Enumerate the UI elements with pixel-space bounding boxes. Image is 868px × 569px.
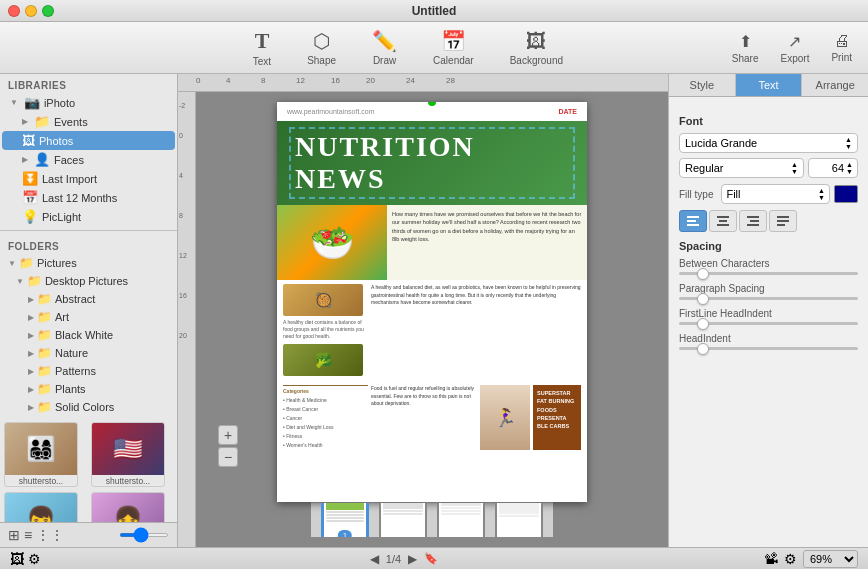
align-center-icon: [716, 215, 730, 227]
folder-nature[interactable]: ▶ 📁 Nature: [0, 344, 177, 362]
photo-item-4[interactable]: 👧 shuttersto...: [91, 492, 165, 522]
canvas-area: 0 4 8 12 16 20 24 28 -2 0 4 8 12 16 20: [178, 74, 668, 547]
shape-tool[interactable]: ⬡ Shape: [299, 25, 344, 70]
thumbnail-3[interactable]: 3: [437, 502, 485, 537]
font-family-select[interactable]: Lucida Grande ▲ ▼: [679, 133, 858, 153]
sidebar-item-piclight[interactable]: 💡 PicLight: [2, 207, 175, 226]
window-controls[interactable]: [8, 5, 54, 17]
size-arrow-down[interactable]: ▼: [846, 168, 853, 175]
folder-pictures[interactable]: ▼ 📁 Pictures: [0, 254, 177, 272]
sidebar-item-iphoto[interactable]: ▼ 📷 iPhoto: [2, 93, 175, 112]
sidebar-item-last-import[interactable]: ⏬ Last Import: [2, 169, 175, 188]
paragraph-spacing-label: Paragraph Spacing: [679, 283, 858, 294]
draw-tool[interactable]: ✏️ Draw: [364, 25, 405, 70]
sidebar-item-faces[interactable]: ▶ 👤 Faces: [2, 150, 175, 169]
sidebar-item-events[interactable]: ▶ 📁 Events: [2, 112, 175, 131]
list-view-icon[interactable]: ≡: [24, 527, 32, 543]
thumb-page-1[interactable]: 1: [321, 502, 369, 537]
font-style-row: Regular ▲ ▼ 64 ▲ ▼: [679, 158, 858, 178]
gear-icon[interactable]: ⚙: [784, 551, 797, 567]
firstline-thumb[interactable]: [697, 318, 709, 330]
style-arrow-down[interactable]: ▼: [791, 168, 798, 175]
photo-item-3[interactable]: 👦 shuttersto...: [4, 492, 78, 522]
align-right-button[interactable]: [739, 210, 767, 232]
ruler-mark: 4: [226, 76, 230, 85]
close-button[interactable]: [8, 5, 20, 17]
share-button[interactable]: ⬆ Share: [726, 29, 765, 67]
next-page-button[interactable]: ▶: [405, 552, 420, 566]
zoom-select[interactable]: 69% 50% 75% 100%: [803, 550, 858, 568]
sidebar-item-photos[interactable]: 🖼 Photos: [2, 131, 175, 150]
settings-icon[interactable]: ⚙: [28, 551, 41, 567]
shape-label: Shape: [307, 55, 336, 66]
tab-arrange[interactable]: Arrange: [802, 74, 868, 96]
canvas-scroll[interactable]: + − www.pearlmountainsoft.com DATE NUTRI…: [196, 92, 668, 547]
align-center-button[interactable]: [709, 210, 737, 232]
paragraph-spacing-track: [679, 297, 858, 300]
art-icon: 📁: [37, 310, 52, 324]
tab-text[interactable]: Text: [736, 74, 803, 96]
page-person-image: 🏃‍♀️: [480, 385, 530, 450]
fill-arrow-down[interactable]: ▼: [818, 194, 825, 201]
style-arrow-up[interactable]: ▲: [791, 161, 798, 168]
size-slider[interactable]: [119, 533, 169, 537]
media-icon[interactable]: 📽: [764, 551, 778, 567]
font-family-down[interactable]: ▼: [845, 143, 852, 150]
thumb-page-3[interactable]: [437, 502, 485, 537]
page-bottom-section: Food is fuel and regular refuelling is a…: [371, 385, 581, 450]
thumbnail-4[interactable]: 4: [495, 502, 543, 537]
text-tool[interactable]: T Text: [245, 24, 279, 71]
folder-solid-colors[interactable]: ▶ 📁 Solid Colors: [0, 398, 177, 416]
bookmark-icon[interactable]: 🔖: [424, 552, 438, 565]
list-item: • Health & Medicine: [283, 396, 368, 405]
library-icon[interactable]: 🖼: [10, 551, 24, 567]
thumb-page-2[interactable]: [379, 502, 427, 537]
iphoto-icon: 📷: [24, 95, 40, 110]
align-justify-button[interactable]: [769, 210, 797, 232]
thumbnail-1[interactable]: 1 1: [321, 502, 369, 537]
svg-rect-5: [717, 224, 729, 226]
font-family-up[interactable]: ▲: [845, 136, 852, 143]
folder-art[interactable]: ▶ 📁 Art: [0, 308, 177, 326]
fill-color-swatch[interactable]: [834, 185, 858, 203]
maximize-button[interactable]: [42, 5, 54, 17]
export-button[interactable]: ↗ Export: [775, 29, 816, 67]
folder-patterns[interactable]: ▶ 📁 Patterns: [0, 362, 177, 380]
size-arrow-up[interactable]: ▲: [846, 161, 853, 168]
paragraph-spacing-thumb[interactable]: [697, 293, 709, 305]
photo-item-2[interactable]: 🇺🇸 shuttersto...: [91, 422, 165, 487]
folder-label-nature: Nature: [55, 347, 88, 359]
v-ruler-mark: 8: [179, 212, 183, 219]
between-chars-thumb[interactable]: [697, 268, 709, 280]
sidebar-label-last-12: Last 12 Months: [42, 192, 117, 204]
zoom-out-button[interactable]: −: [218, 447, 238, 467]
fill-arrow-up[interactable]: ▲: [818, 187, 825, 194]
print-button[interactable]: 🖨 Print: [825, 29, 858, 66]
folder-plants[interactable]: ▶ 📁 Plants: [0, 380, 177, 398]
folder-black-white[interactable]: ▶ 📁 Black White: [0, 326, 177, 344]
font-style-select[interactable]: Regular ▲ ▼: [679, 158, 804, 178]
folder-abstract[interactable]: ▶ 📁 Abstract: [0, 290, 177, 308]
zoom-in-button[interactable]: +: [218, 425, 238, 445]
thumbnail-2[interactable]: 2: [379, 502, 427, 537]
tab-style[interactable]: Style: [669, 74, 736, 96]
minimize-button[interactable]: [25, 5, 37, 17]
iphoto-arrow: ▼: [10, 98, 18, 107]
thumb-page-4[interactable]: [495, 502, 543, 537]
ruler-vertical: -2 0 4 8 12 16 20: [178, 92, 196, 547]
window-title: Untitled: [412, 4, 457, 18]
page-title[interactable]: NUTRITION NEWS: [289, 127, 575, 199]
font-size-field[interactable]: 64 ▲ ▼: [808, 158, 858, 178]
background-tool[interactable]: 🖼 Background: [502, 26, 571, 70]
detail-view-icon[interactable]: ⋮⋮: [36, 527, 64, 543]
folder-desktop-pictures[interactable]: ▼ 📁 Desktop Pictures: [0, 272, 177, 290]
head-indent-thumb[interactable]: [697, 343, 709, 355]
grid-view-icon[interactable]: ⊞: [8, 527, 20, 543]
align-left-button[interactable]: [679, 210, 707, 232]
calendar-tool[interactable]: 📅 Calendar: [425, 25, 482, 70]
sidebar-item-last-12-months[interactable]: 📅 Last 12 Months: [2, 188, 175, 207]
photo-item-1[interactable]: 👨‍👩‍👧‍👦 shuttersto...: [4, 422, 78, 487]
fill-type-select[interactable]: Fill ▲ ▼: [721, 184, 830, 204]
prev-page-button[interactable]: ◀: [367, 552, 382, 566]
solid-arrow: ▶: [28, 403, 34, 412]
